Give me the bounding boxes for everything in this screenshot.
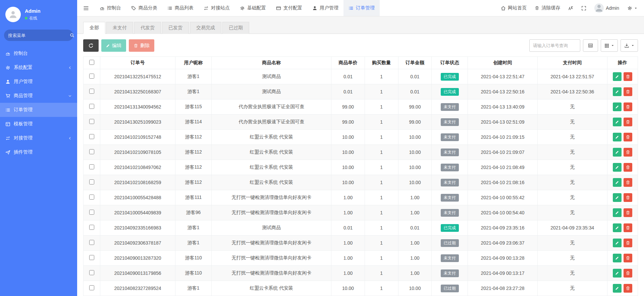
row-checkbox[interactable] — [89, 225, 94, 230]
row-edit-button[interactable] — [613, 193, 622, 202]
row-delete-button[interactable] — [624, 72, 632, 81]
avatar[interactable] — [5, 7, 21, 22]
row-edit-button[interactable] — [613, 102, 622, 111]
sidebar-item-docking-management[interactable]: 对接管理 — [0, 131, 77, 145]
edit-button[interactable]: 编辑 — [101, 39, 126, 52]
tab-expired[interactable]: 已过期 — [222, 22, 249, 34]
sidebar-item-system-config[interactable]: 系统配置 — [0, 60, 77, 75]
sidebar-item-plugin-management[interactable]: 插件管理 — [0, 145, 77, 159]
tab-unpaid[interactable]: 未支付 — [106, 22, 133, 34]
sidebar-item-product-management[interactable]: 商品管理 — [0, 89, 77, 103]
row-delete-button[interactable] — [624, 208, 632, 217]
cell-nickname: 游客114 — [175, 115, 212, 130]
top-nav-user-management[interactable]: 用户管理 — [307, 0, 343, 16]
cell-paid: 无 — [537, 175, 607, 190]
row-checkbox[interactable] — [89, 270, 94, 275]
row-edit-button[interactable] — [613, 118, 622, 126]
row-checkbox[interactable] — [89, 134, 94, 139]
row-delete-button[interactable] — [624, 133, 632, 141]
row-edit-button[interactable] — [613, 284, 622, 293]
row-delete-button[interactable] — [624, 163, 632, 172]
row-edit-button[interactable] — [613, 133, 622, 141]
row-edit-button[interactable] — [613, 178, 622, 187]
top-nav-product-list[interactable]: 商品列表 — [162, 0, 199, 16]
row-checkbox[interactable] — [89, 195, 94, 200]
translate-button[interactable] — [564, 0, 577, 16]
sidebar-item-console[interactable]: 控制台 — [0, 46, 77, 60]
row-delete-button[interactable] — [624, 148, 632, 157]
top-nav-payment-config[interactable]: 支付配置 — [271, 0, 307, 16]
row-edit-button[interactable] — [613, 223, 622, 232]
cell-amount: 10.00 — [398, 145, 432, 160]
select-all-checkbox[interactable] — [89, 60, 94, 65]
row-edit-button[interactable] — [613, 269, 622, 278]
caret-down-icon — [634, 7, 637, 10]
row-check-cell — [84, 115, 100, 130]
row-edit-button[interactable] — [613, 87, 622, 96]
row-checkbox[interactable] — [89, 210, 94, 215]
row-delete-button[interactable] — [624, 269, 632, 278]
delete-button[interactable]: 删除 — [129, 39, 154, 52]
row-checkbox[interactable] — [89, 179, 94, 184]
row-edit-button[interactable] — [613, 148, 622, 157]
top-nav-docking-site[interactable]: 对接站点 — [199, 0, 235, 16]
columns-dropdown-button[interactable] — [601, 39, 618, 52]
chevron-down-icon — [68, 94, 72, 98]
top-nav-basic-config[interactable]: 基础配置 — [235, 0, 271, 16]
refresh-button[interactable] — [83, 39, 99, 52]
tab-shipped[interactable]: 已发货 — [162, 22, 189, 34]
row-check-cell — [84, 190, 100, 205]
row-checkbox[interactable] — [89, 285, 94, 290]
row-delete-button[interactable] — [624, 178, 632, 187]
cell-order_no: 202104102108497062 — [100, 160, 175, 175]
row-checkbox[interactable] — [89, 164, 94, 169]
row-checkbox[interactable] — [89, 89, 94, 94]
tab-to-ship[interactable]: 代发货 — [134, 22, 161, 34]
toggle-view-button[interactable] — [583, 39, 598, 52]
row-checkbox[interactable] — [89, 149, 94, 154]
sidebar-toggle-button[interactable] — [77, 0, 95, 16]
row-edit-button[interactable] — [613, 163, 622, 172]
settings-menu-button[interactable] — [623, 0, 641, 16]
row-edit-button[interactable] — [613, 208, 622, 217]
top-nav-console[interactable]: 控制台 — [95, 0, 126, 16]
tab-completed[interactable]: 交易完成 — [190, 22, 221, 34]
row-delete-button[interactable] — [624, 254, 632, 262]
row-delete-button[interactable] — [624, 118, 632, 126]
sidebar-item-order-management[interactable]: 订单管理 — [0, 103, 77, 117]
cell-nickname: 游客112 — [175, 145, 212, 160]
site-home-link[interactable]: 网站首页 — [497, 0, 531, 16]
row-checkbox[interactable] — [89, 255, 94, 260]
top-nav-product-category[interactable]: 商品分类 — [126, 0, 162, 16]
user-menu[interactable]: Admin — [590, 0, 623, 16]
card-icon — [276, 6, 281, 11]
row-delete-button[interactable] — [624, 239, 632, 247]
cell-nickname: 游客1 — [175, 220, 212, 236]
row-checkbox[interactable] — [89, 240, 94, 245]
sidebar-item-user-management[interactable]: 用户管理 — [0, 75, 77, 89]
row-edit-button[interactable] — [613, 239, 622, 247]
row-edit-button[interactable] — [613, 72, 622, 81]
cell-created: 2021-04-10 21:08:16 — [468, 175, 538, 190]
row-delete-button[interactable] — [624, 102, 632, 111]
row-checkbox[interactable] — [89, 74, 94, 79]
row-delete-button[interactable] — [624, 87, 632, 96]
row-edit-button[interactable] — [613, 254, 622, 262]
row-checkbox[interactable] — [89, 104, 94, 109]
top-nav-order-management[interactable]: 订单管理 — [343, 0, 380, 16]
sidebar-item-template-management[interactable]: 模板管理 — [0, 117, 77, 131]
cell-price: 1.00 — [331, 205, 365, 220]
order-search-input[interactable] — [529, 39, 580, 52]
row-delete-button[interactable] — [624, 284, 632, 293]
row-checkbox[interactable] — [89, 119, 94, 124]
menu-search-input[interactable] — [8, 33, 67, 38]
row-delete-button[interactable] — [624, 193, 632, 202]
status-badge: 未支付 — [441, 254, 459, 262]
top-nav-label: 用户管理 — [320, 5, 338, 11]
export-dropdown-button[interactable] — [621, 39, 638, 52]
fullscreen-button[interactable] — [577, 0, 590, 16]
tab-all[interactable]: 全部 — [83, 22, 105, 34]
row-delete-button[interactable] — [624, 223, 632, 232]
list-icon — [5, 108, 10, 113]
clear-cache-link[interactable]: 清除缓存 — [531, 0, 564, 16]
